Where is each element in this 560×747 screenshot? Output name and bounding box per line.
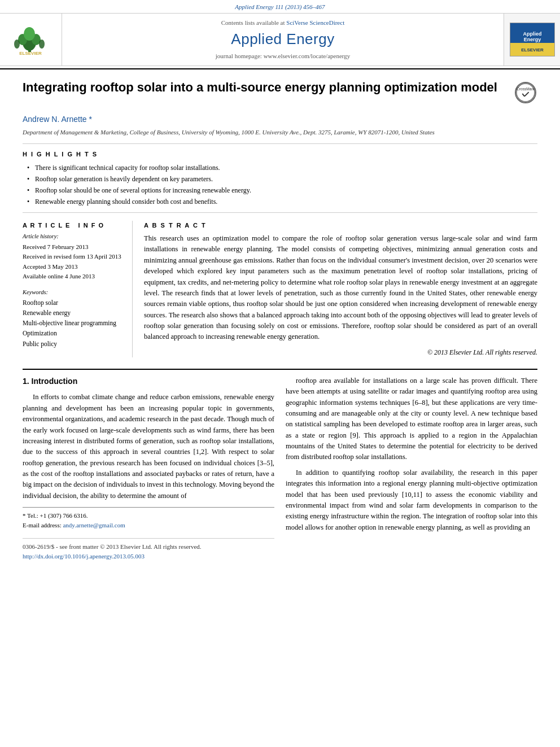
keywords-label: Keywords:: [23, 288, 124, 297]
elsevier-logo-area: ELSEVIER: [0, 14, 62, 65]
applied-energy-logo: Applied Energy ELSEVIER: [510, 23, 555, 56]
crossmark-icon: CrossMark: [515, 82, 536, 103]
highlight-item-4: Renewable energy planning should conside…: [27, 196, 537, 207]
email-label: E-mail address:: [23, 522, 62, 528]
article-title: Integrating rooftop solar into a multi-s…: [23, 80, 515, 96]
article-title-section: Integrating rooftop solar into a multi-s…: [23, 80, 537, 109]
footer-issn: 0306-2619/$ - see front matter © 2013 El…: [23, 542, 274, 552]
divider-2: [23, 212, 537, 213]
keyword-1: Rooftop solar: [23, 298, 124, 308]
email-link[interactable]: andy.arnette@gmail.com: [63, 522, 125, 528]
available-date: Available online 4 June 2013: [23, 272, 124, 281]
page: Applied Energy 111 (2013) 456–467: [0, 0, 560, 747]
article-history-block: A R T I C L E I N F O Article history: R…: [23, 221, 124, 281]
footnote-email: E-mail address: andy.arnette@gmail.com: [23, 521, 274, 530]
body-col1-para1: In efforts to combat climate change and …: [23, 392, 274, 501]
applied-energy-logo-area: Applied Energy ELSEVIER: [504, 14, 560, 65]
highlights-section: H I G H L I G H T S There is significant…: [23, 150, 537, 207]
svg-point-13: [517, 83, 535, 101]
section1-heading: 1. Introduction: [23, 375, 274, 388]
keyword-2: Renewable energy: [23, 308, 124, 318]
history-label: Article history:: [23, 232, 124, 241]
body-col-left: 1. Introduction In efforts to combat cli…: [23, 375, 274, 562]
highlights-label: H I G H L I G H T S: [23, 150, 537, 159]
journal-center: Contents lists available at SciVerse Sci…: [62, 14, 504, 65]
footnote-tel: * Tel.: +1 (307) 766 6316.: [23, 511, 274, 521]
keyword-5: Public policy: [23, 339, 124, 349]
highlights-list: There is significant technical capacity …: [23, 163, 537, 207]
body-two-columns: 1. Introduction In efforts to combat cli…: [23, 375, 537, 562]
keywords-block: Keywords: Rooftop solar Renewable energy…: [23, 288, 124, 349]
highlight-item-1: There is significant technical capacity …: [27, 163, 537, 173]
sciverse-label: Contents lists available at: [221, 19, 285, 26]
svg-text:ELSEVIER: ELSEVIER: [521, 47, 544, 53]
abstract-col: A B S T R A C T This research uses an op…: [144, 221, 537, 357]
doi-link[interactable]: http://dx.doi.org/10.1016/j.apenergy.201…: [23, 553, 145, 560]
footer-doi: http://dx.doi.org/10.1016/j.apenergy.201…: [23, 552, 274, 561]
crossmark-badge: CrossMark: [515, 82, 537, 104]
journal-header: ELSEVIER Contents lists available at Sci…: [0, 13, 560, 66]
journal-banner: Applied Energy 111 (2013) 456–467: [0, 0, 560, 69]
journal-footer: 0306-2619/$ - see front matter © 2013 El…: [23, 538, 274, 561]
elsevier-logo: ELSEVIER: [7, 23, 55, 56]
abstract-label: A B S T R A C T: [144, 221, 537, 230]
svg-text:Energy: Energy: [523, 37, 541, 42]
article-content: Integrating rooftop solar into a multi-s…: [0, 69, 560, 573]
highlight-item-3: Rooftop solar should be one of several o…: [27, 185, 537, 195]
svg-text:ELSEVIER: ELSEVIER: [19, 51, 42, 56]
svg-point-5: [14, 40, 20, 49]
journal-title: Applied Energy: [231, 28, 334, 50]
highlight-item-2: Rooftop solar generation is heavily depe…: [27, 174, 537, 184]
author-affiliation: Department of Management & Marketing, Co…: [23, 128, 537, 137]
accepted-date: Accepted 3 May 2013: [23, 262, 124, 272]
journal-citation: Applied Energy 111 (2013) 456–467: [0, 0, 560, 13]
article-info-label: A R T I C L E I N F O: [23, 221, 124, 230]
journal-homepage: journal homepage: www.elsevier.com/locat…: [216, 51, 351, 61]
author-name-text: Andrew N. Arnette *: [23, 115, 92, 124]
keyword-4: Optimization: [23, 329, 124, 338]
info-abstract-columns: A R T I C L E I N F O Article history: R…: [23, 221, 537, 357]
svg-point-4: [24, 27, 35, 41]
body-col-right: rooftop area available for installations…: [286, 375, 537, 562]
received-date: Received 7 February 2013: [23, 242, 124, 252]
svg-line-16: [524, 92, 529, 97]
sciverse-link[interactable]: SciVerse ScienceDirect: [286, 19, 344, 26]
abstract-copyright: © 2013 Elsevier Ltd. All rights reserved…: [144, 347, 537, 357]
keyword-3: Multi-objective linear programming: [23, 318, 124, 328]
author-name: Andrew N. Arnette *: [23, 113, 537, 125]
keywords-list: Rooftop solar Renewable energy Multi-obj…: [23, 298, 124, 349]
article-info-col: A R T I C L E I N F O Article history: R…: [23, 221, 133, 357]
sciverse-text: Contents lists available at SciVerse Sci…: [221, 18, 344, 28]
svg-text:CrossMark: CrossMark: [517, 87, 535, 91]
svg-point-6: [39, 40, 45, 49]
body-section: 1. Introduction In efforts to combat cli…: [23, 369, 537, 562]
revised-date: Received in revised form 13 April 2013: [23, 252, 124, 261]
footnote-area: * Tel.: +1 (307) 766 6316. E-mail addres…: [23, 507, 274, 530]
svg-text:Applied: Applied: [523, 31, 541, 37]
abstract-text: This research uses an optimization model…: [144, 233, 537, 343]
body-col2-para1: rooftop area available for installations…: [286, 375, 537, 463]
body-col2-para2: In addition to quantifying rooftop solar…: [286, 468, 537, 533]
divider-1: [23, 143, 537, 144]
